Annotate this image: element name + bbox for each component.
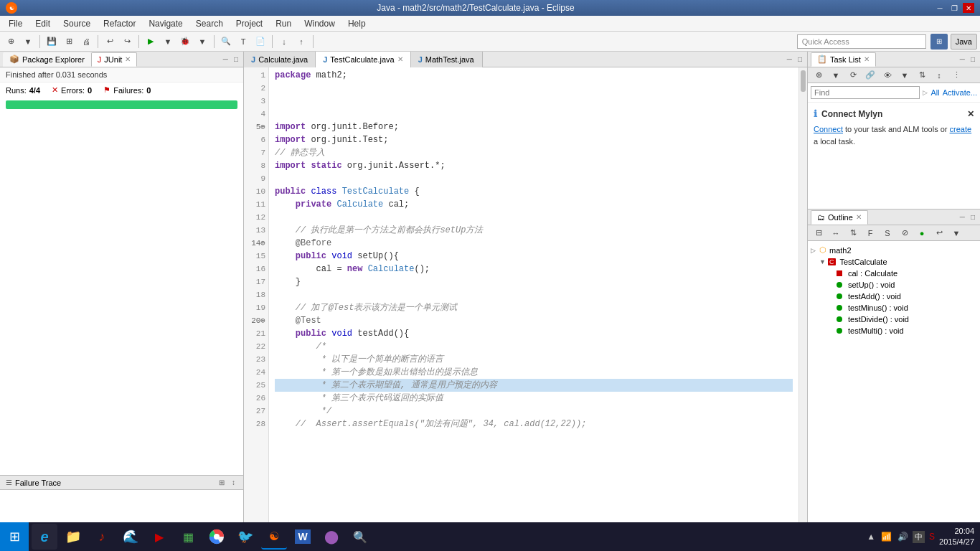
taskbar-ie[interactable]: e: [32, 524, 57, 550]
run-last-btn[interactable]: ▶: [143, 34, 159, 50]
debug-btn[interactable]: 🐞: [177, 34, 193, 50]
minimize-editor[interactable]: ─: [785, 55, 794, 64]
next-annotation[interactable]: ↓: [276, 34, 292, 50]
save-all[interactable]: ⊞: [61, 34, 77, 50]
taskbar-chrome[interactable]: [204, 524, 230, 550]
menu-item-project[interactable]: Project: [230, 17, 268, 30]
new-dropdown[interactable]: ▼: [20, 34, 36, 50]
find-expand[interactable]: ▷: [923, 89, 928, 96]
save-button[interactable]: 💾: [44, 34, 60, 50]
taskbar-search-app[interactable]: 🔍: [347, 524, 373, 550]
menu-item-search[interactable]: Search: [190, 17, 229, 30]
java-perspective-button[interactable]: Java: [951, 34, 977, 50]
minimize-button[interactable]: ─: [934, 3, 946, 13]
minimize-tasklist[interactable]: ─: [958, 55, 967, 64]
tab-testcalculate-java[interactable]: J TestCalculate.java ✕: [316, 52, 410, 67]
tab-calculate-java[interactable]: J Calculate.java: [244, 52, 316, 67]
task-dropdown[interactable]: ▼: [828, 67, 844, 83]
tray-ime[interactable]: 中: [913, 531, 925, 543]
tab-task-list[interactable]: 📋 Task List ✕: [811, 52, 876, 67]
search-btn[interactable]: 🔍: [218, 34, 234, 50]
outline-sort[interactable]: ⇅: [845, 225, 861, 241]
taskbar-eclipse-app[interactable]: ☯: [261, 524, 287, 550]
tray-network[interactable]: 📶: [880, 530, 893, 543]
menu-item-source[interactable]: Source: [57, 17, 96, 30]
prev-annotation[interactable]: ↑: [293, 34, 309, 50]
print-button[interactable]: 🖨: [78, 34, 94, 50]
maximize-editor[interactable]: □: [796, 55, 804, 64]
connect-link[interactable]: Connect: [814, 125, 843, 133]
tray-volume[interactable]: 🔊: [896, 530, 910, 543]
failure-trace-ctrl-1[interactable]: ⊞: [217, 478, 227, 487]
tab-junit[interactable]: J JUnit ✕: [91, 52, 138, 67]
testcalculate-tab-close[interactable]: ✕: [397, 55, 403, 63]
open-type[interactable]: T: [235, 34, 251, 50]
task-view-btn[interactable]: 👁: [880, 67, 895, 83]
tab-mathtest-java[interactable]: J MathTest.java: [411, 52, 483, 67]
maximize-tasklist[interactable]: □: [969, 55, 977, 64]
task-more[interactable]: ⋮: [948, 67, 964, 83]
open-resource[interactable]: 📄: [253, 34, 268, 50]
run-dropdown[interactable]: ▼: [160, 34, 176, 50]
refactor-btn[interactable]: ↩: [102, 34, 118, 50]
task-list-tab-close[interactable]: ✕: [864, 55, 870, 63]
open-perspective-button[interactable]: ⊞: [930, 34, 948, 50]
taskbar-ball[interactable]: ⬤: [319, 524, 344, 550]
create-link[interactable]: create: [950, 125, 972, 133]
menu-item-navigate[interactable]: Navigate: [143, 17, 188, 30]
close-mylyn-button[interactable]: ✕: [967, 109, 974, 119]
minimize-left-panel[interactable]: ─: [221, 55, 230, 64]
taskbar-app6[interactable]: ▦: [175, 524, 201, 550]
task-sort[interactable]: ⇅: [914, 67, 930, 83]
outline-more[interactable]: ▼: [948, 225, 964, 241]
menu-item-refactor[interactable]: Refactor: [98, 17, 141, 30]
close-button[interactable]: ✕: [963, 3, 974, 13]
tab-outline[interactable]: 🗂 Outline ✕: [811, 210, 868, 225]
new-task-btn[interactable]: ⊕: [811, 67, 826, 83]
task-repo-btn[interactable]: 🔗: [862, 67, 878, 83]
outline-tab-close[interactable]: ✕: [856, 213, 862, 221]
menu-item-edit[interactable]: Edit: [29, 17, 56, 30]
redo-btn[interactable]: ↪: [119, 34, 135, 50]
tab-package-explorer[interactable]: 📦 Package Explorer: [3, 52, 91, 67]
outline-link-editor[interactable]: ↔: [828, 225, 844, 241]
outline-collapse-all[interactable]: ⊟: [811, 225, 826, 241]
task-sync[interactable]: ⟳: [845, 67, 861, 83]
start-button[interactable]: ⊞: [0, 522, 29, 551]
taskbar-photo[interactable]: 🌊: [118, 524, 143, 550]
tree-item-cal-field[interactable]: cal : Calculate: [808, 268, 980, 279]
taskbar-word[interactable]: W: [290, 524, 316, 550]
taskbar-music[interactable]: ♪: [89, 524, 115, 550]
tray-expand[interactable]: ▲: [865, 530, 877, 543]
maximize-outline[interactable]: □: [969, 212, 977, 222]
tree-item-testminus[interactable]: testMinus() : void: [808, 302, 980, 314]
find-input[interactable]: [811, 86, 920, 99]
outline-hide-static[interactable]: S: [880, 225, 895, 241]
minimize-outline[interactable]: ─: [958, 212, 967, 222]
quick-access-input[interactable]: Quick Access: [797, 34, 926, 49]
outline-hide-nonpub[interactable]: ⊘: [897, 225, 913, 241]
tree-item-testmulti[interactable]: testMulti() : void: [808, 325, 980, 336]
menu-item-file[interactable]: File: [3, 17, 28, 30]
new-button[interactable]: ⊕: [3, 34, 19, 50]
vertical-scrollbar[interactable]: [798, 67, 807, 532]
activate-label[interactable]: Activate...: [943, 88, 977, 97]
menu-item-help[interactable]: Help: [342, 17, 372, 30]
tree-item-setup[interactable]: setUp() : void: [808, 279, 980, 291]
tree-item-testdivide[interactable]: testDivide() : void: [808, 314, 980, 325]
menu-item-run[interactable]: Run: [270, 17, 297, 30]
tree-item-testadd[interactable]: testAdd() : void: [808, 291, 980, 302]
taskbar-media[interactable]: ▶: [146, 524, 172, 550]
outline-arrow[interactable]: ↩: [931, 225, 947, 241]
tree-item-testcalculate[interactable]: ▼ C TestCalculate: [808, 256, 980, 268]
failure-trace-ctrl-2[interactable]: ↕: [230, 478, 237, 487]
maximize-left-panel[interactable]: □: [232, 55, 240, 64]
task-collapse[interactable]: ↕: [931, 67, 947, 83]
outline-green-dot[interactable]: ●: [914, 225, 930, 241]
taskbar-bird[interactable]: 🐦: [232, 524, 258, 550]
code-area[interactable]: package math2; import org.junit.Before; …: [269, 67, 798, 532]
menu-item-window[interactable]: Window: [298, 17, 341, 30]
debug-dropdown[interactable]: ▼: [194, 34, 210, 50]
tray-antivirus[interactable]: S: [928, 530, 936, 543]
task-filter[interactable]: ▼: [897, 67, 913, 83]
